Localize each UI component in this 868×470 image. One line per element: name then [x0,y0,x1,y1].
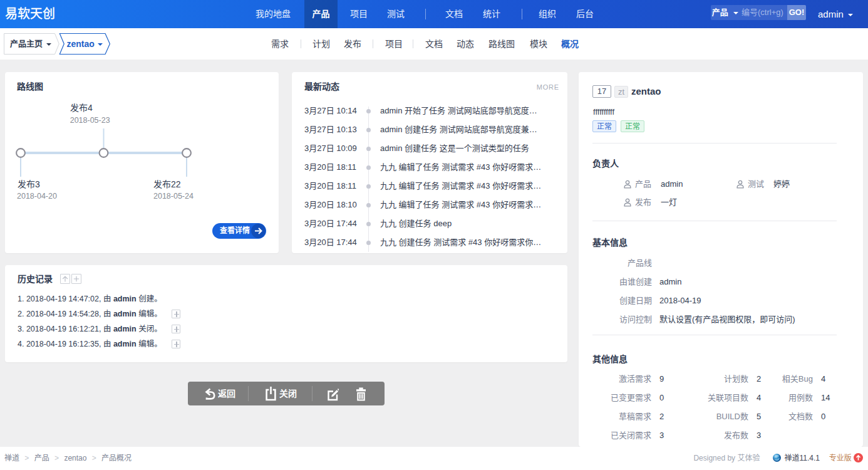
svg-text:发布22: 发布22 [153,179,181,189]
svg-text:2018-05-24: 2018-05-24 [153,192,194,201]
svg-text:2018-04-20: 2018-04-20 [17,192,57,201]
svg-text:发布4: 发布4 [70,103,93,113]
svg-text:发布3: 发布3 [18,179,40,189]
svg-text:2018-05-23: 2018-05-23 [70,116,110,125]
